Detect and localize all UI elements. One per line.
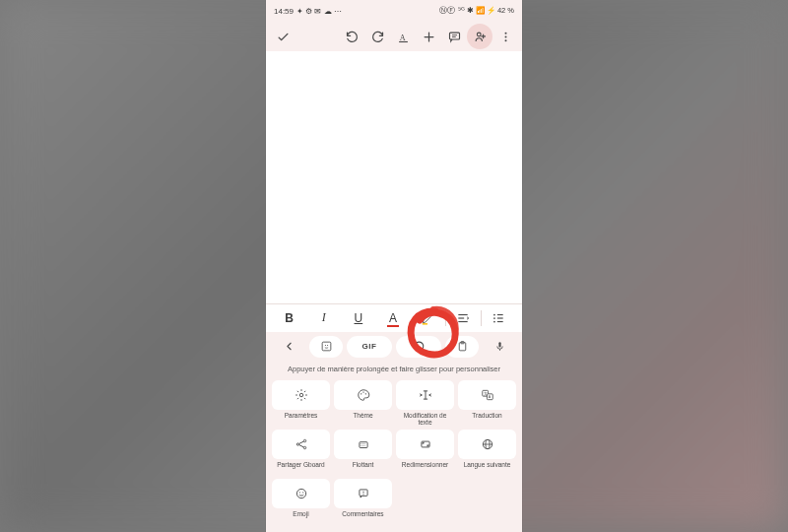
- list-button[interactable]: [482, 306, 516, 330]
- palette-icon: [357, 388, 370, 402]
- svg-point-8: [504, 39, 506, 41]
- svg-point-7: [504, 35, 506, 37]
- svg-point-41: [361, 445, 362, 446]
- translate-icon: 文A: [481, 388, 494, 402]
- svg-point-48: [298, 492, 299, 493]
- bold-button[interactable]: B: [272, 306, 306, 330]
- redo-button[interactable]: [364, 24, 390, 49]
- insert-button[interactable]: [416, 24, 441, 49]
- tile-text-edit[interactable]: Modification de texte: [396, 380, 454, 426]
- app-toolbar: A: [266, 22, 522, 51]
- tile-emoji[interactable]: Emoji: [272, 479, 330, 524]
- keyboard-back-button[interactable]: [272, 336, 305, 358]
- color-indicator: [387, 325, 399, 327]
- tile-floating[interactable]: Flottant: [334, 430, 392, 475]
- keyboard-hint-text: Appuyer de manière prolongée et faire gl…: [266, 362, 522, 376]
- tile-label: Emoji: [293, 510, 308, 524]
- svg-point-15: [493, 320, 495, 322]
- svg-point-27: [362, 391, 363, 392]
- keyboard-undo-chip[interactable]: [396, 336, 441, 358]
- tile-resize[interactable]: Redimensionner: [396, 430, 454, 475]
- svg-rect-19: [322, 342, 331, 351]
- resize-icon: [419, 437, 432, 451]
- highlight-button[interactable]: [411, 306, 445, 330]
- phone-frame: 14:59 ✦ ⚙ ✉ ☁ ⋯ ⓃⒻ ⁵ᴳ ✱ 📶 ⚡ 42 % A: [266, 0, 522, 532]
- svg-rect-36: [359, 442, 366, 448]
- svg-point-13: [493, 313, 495, 315]
- mic-button[interactable]: [483, 336, 516, 358]
- gif-chip[interactable]: GIF: [347, 336, 392, 358]
- svg-point-33: [296, 443, 298, 445]
- tile-label: Langue suivante: [464, 461, 511, 475]
- tile-share-gboard[interactable]: Partager Gboard: [272, 430, 330, 475]
- svg-point-39: [363, 443, 364, 444]
- tile-label: Modification de texte: [396, 412, 454, 426]
- svg-point-38: [361, 443, 362, 444]
- status-time: 14:59: [274, 7, 294, 16]
- tile-next-language[interactable]: Langue suivante: [458, 430, 516, 475]
- globe-icon: [481, 437, 494, 451]
- tile-label: Redimensionner: [402, 461, 448, 475]
- gear-icon: [295, 388, 308, 402]
- floating-icon: [357, 437, 370, 451]
- comment-button[interactable]: [441, 24, 467, 49]
- svg-point-42: [363, 445, 364, 446]
- tile-label: Partager Gboard: [277, 461, 324, 475]
- svg-point-37: [361, 443, 361, 444]
- svg-point-21: [327, 345, 328, 346]
- svg-point-26: [360, 393, 361, 394]
- svg-text:文: 文: [484, 390, 488, 395]
- status-icons-right: ⓃⒻ ⁵ᴳ ✱ 📶 ⚡ 42 %: [439, 6, 514, 16]
- svg-point-34: [303, 439, 305, 441]
- format-toolbar: B I U A: [266, 303, 522, 332]
- share-button[interactable]: [467, 24, 492, 49]
- tile-label: Paramètres: [285, 412, 318, 426]
- underline-button[interactable]: U: [341, 306, 375, 330]
- share-icon: [295, 437, 308, 451]
- status-icons-left: ✦ ⚙ ✉ ☁ ⋯: [296, 7, 342, 16]
- tile-label: Traduction: [472, 412, 501, 426]
- tile-label: Thème: [353, 412, 372, 426]
- svg-point-40: [361, 445, 361, 446]
- svg-point-6: [504, 32, 506, 33]
- feedback-icon: [357, 487, 370, 500]
- keyboard-settings-grid: Paramètres Thème Modification de texte 文…: [266, 376, 522, 532]
- status-bar: 14:59 ✦ ⚙ ✉ ☁ ⋯ ⓃⒻ ⁵ᴳ ✱ 📶 ⚡ 42 %: [266, 0, 522, 22]
- text-format-button[interactable]: A: [390, 24, 416, 49]
- tile-feedback[interactable]: Commentaires: [334, 479, 392, 524]
- svg-point-25: [299, 393, 303, 397]
- keyboard-suggestion-row: GIF: [266, 332, 522, 362]
- tile-theme[interactable]: Thème: [334, 380, 392, 426]
- document-canvas[interactable]: [266, 51, 522, 303]
- tile-label: Flottant: [353, 461, 374, 475]
- undo-button[interactable]: [339, 24, 364, 49]
- svg-rect-2: [449, 33, 459, 39]
- svg-point-52: [362, 494, 363, 495]
- italic-button[interactable]: I: [306, 306, 341, 330]
- svg-point-35: [303, 446, 305, 448]
- more-button[interactable]: [492, 24, 518, 49]
- sticker-chip[interactable]: [309, 336, 343, 358]
- clipboard-chip[interactable]: [445, 336, 479, 358]
- text-color-button[interactable]: A: [375, 306, 410, 330]
- svg-point-49: [302, 492, 303, 493]
- svg-point-20: [324, 345, 325, 346]
- align-button[interactable]: [446, 306, 481, 330]
- svg-text:A: A: [399, 33, 405, 41]
- tile-translate[interactable]: 文A Traduction: [458, 380, 516, 426]
- svg-point-28: [364, 393, 365, 394]
- confirm-button[interactable]: [270, 24, 296, 49]
- svg-point-47: [296, 489, 305, 498]
- svg-rect-24: [498, 342, 500, 347]
- tile-label: Commentaires: [342, 510, 383, 524]
- svg-point-5: [477, 33, 481, 36]
- emoji-icon: [295, 487, 308, 500]
- svg-point-14: [493, 317, 495, 319]
- tile-parametres[interactable]: Paramètres: [272, 380, 330, 426]
- text-edit-icon: [419, 388, 432, 402]
